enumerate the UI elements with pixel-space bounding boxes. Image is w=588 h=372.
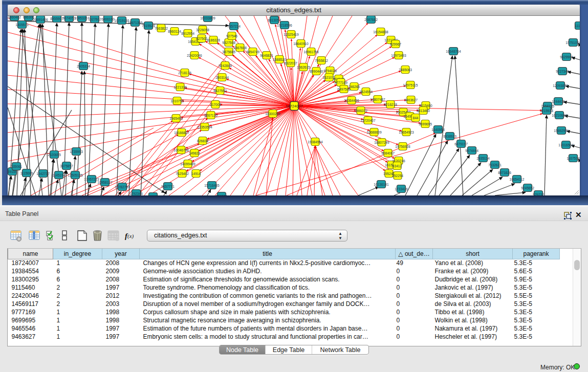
svg-text:6479197: 6479197 [454, 142, 468, 146]
svg-text:16154838: 16154838 [373, 30, 388, 34]
svg-text:8427552: 8427552 [213, 89, 227, 93]
svg-text:8322037: 8322037 [284, 61, 297, 65]
svg-text:18300295: 18300295 [265, 112, 280, 116]
svg-text:7955812: 7955812 [315, 59, 328, 62]
svg-text:1733426: 1733426 [395, 187, 408, 191]
svg-text:2718176: 2718176 [178, 71, 191, 75]
svg-text:844: 844 [412, 116, 418, 120]
svg-text:16782759: 16782759 [115, 185, 130, 189]
svg-text:18640910: 18640910 [293, 42, 309, 46]
svg-text:20364436: 20364436 [344, 99, 359, 102]
svg-text:22420046: 22420046 [187, 54, 202, 57]
svg-text:19166827: 19166827 [174, 131, 189, 135]
svg-text:1965493: 1965493 [169, 117, 183, 120]
svg-text:8454749: 8454749 [246, 50, 259, 54]
svg-text:19218596: 19218596 [277, 24, 292, 27]
svg-text:12325419: 12325419 [284, 33, 299, 36]
svg-text:8938923: 8938923 [443, 135, 456, 138]
svg-text:2367608: 2367608 [233, 46, 247, 50]
svg-text:6216218: 6216218 [384, 103, 397, 106]
svg-text:149822: 149822 [189, 151, 200, 155]
svg-text:1221336: 1221336 [173, 85, 187, 89]
svg-text:9463627: 9463627 [404, 98, 418, 102]
svg-text:16671355: 16671355 [127, 21, 143, 25]
svg-text:3975857: 3975857 [60, 164, 73, 168]
svg-text:19654923: 19654923 [399, 130, 414, 134]
svg-text:1405571: 1405571 [15, 23, 29, 27]
svg-text:9329966: 9329966 [560, 55, 573, 59]
svg-text:2087682: 2087682 [364, 18, 378, 21]
svg-text:2935114: 2935114 [476, 157, 490, 160]
svg-text:15692971: 15692971 [554, 129, 569, 133]
svg-text:1292346: 1292346 [129, 192, 143, 195]
svg-text:17016504: 17016504 [558, 143, 574, 147]
svg-text:8813460: 8813460 [417, 109, 430, 113]
svg-text:317004: 317004 [210, 103, 221, 106]
svg-text:1735993: 1735993 [70, 150, 83, 154]
svg-text:14914: 14914 [191, 172, 201, 176]
svg-text:3215938: 3215938 [540, 109, 553, 113]
svg-text:20691406: 20691406 [33, 18, 48, 21]
svg-text:14099489: 14099489 [180, 162, 195, 166]
svg-text:12353594: 12353594 [197, 125, 212, 129]
svg-text:3226058: 3226058 [196, 28, 209, 32]
svg-text:9657771: 9657771 [161, 185, 175, 188]
svg-text:3875685: 3875685 [222, 50, 235, 54]
svg-text:1145194: 1145194 [52, 173, 66, 177]
svg-text:16648764: 16648764 [446, 50, 461, 53]
svg-text:9227349: 9227349 [556, 70, 569, 73]
svg-text:10853267: 10853267 [74, 16, 90, 20]
svg-text:929732: 929732 [533, 193, 544, 196]
svg-text:8267130: 8267130 [204, 114, 217, 117]
svg-text:9699695: 9699695 [419, 122, 432, 126]
svg-text:10958127: 10958127 [97, 181, 113, 184]
svg-text:8471626: 8471626 [498, 171, 511, 174]
svg-text:829967: 829967 [390, 42, 401, 46]
svg-text:9327508: 9327508 [222, 41, 235, 45]
svg-text:9777169: 9777169 [334, 81, 347, 84]
svg-text:83412: 83412 [393, 164, 402, 168]
svg-text:7485063: 7485063 [399, 68, 412, 72]
svg-text:9242848: 9242848 [219, 64, 232, 68]
svg-text:18724007: 18724007 [286, 104, 302, 108]
svg-text:8960124: 8960124 [168, 30, 181, 33]
svg-text:1640954: 1640954 [431, 128, 445, 132]
svg-text:6466160: 6466160 [101, 17, 115, 21]
svg-text:9474444: 9474444 [465, 149, 478, 152]
svg-text:8955907: 8955907 [50, 17, 63, 20]
svg-text:19384554: 19384554 [308, 140, 323, 144]
svg-text:10654112: 10654112 [510, 178, 525, 181]
svg-text:826834: 826834 [197, 139, 208, 143]
svg-text:15751074: 15751074 [565, 41, 580, 45]
svg-text:15720407: 15720407 [360, 119, 376, 122]
svg-text:9646821: 9646821 [260, 54, 273, 57]
svg-text:10973493: 10973493 [391, 54, 406, 57]
svg-text:854601: 854601 [216, 194, 227, 196]
svg-text:7857224: 7857224 [227, 25, 241, 28]
svg-text:1588520: 1588520 [273, 58, 286, 61]
svg-text:12093877: 12093877 [553, 84, 568, 87]
svg-text:7986372: 7986372 [354, 109, 367, 113]
svg-text:10046738: 10046738 [173, 148, 189, 152]
svg-text:10688609: 10688609 [366, 130, 382, 134]
svg-text:18807249: 18807249 [374, 141, 389, 144]
svg-text:1527602: 1527602 [88, 17, 101, 21]
svg-text:8186328: 8186328 [207, 38, 220, 42]
svg-text:1010755: 1010755 [170, 99, 184, 103]
svg-text:3824554: 3824554 [359, 90, 373, 94]
svg-text:12975115: 12975115 [403, 83, 418, 87]
svg-text:768109: 768109 [147, 195, 159, 196]
svg-text:6794028: 6794028 [323, 69, 337, 73]
svg-text:8990448: 8990448 [310, 70, 323, 73]
svg-text:1362615: 1362615 [297, 65, 310, 69]
svg-text:9245652: 9245652 [521, 186, 534, 190]
svg-text:335061: 335061 [11, 165, 22, 168]
svg-text:9674053: 9674053 [62, 16, 76, 20]
svg-text:7663822: 7663822 [155, 27, 168, 30]
svg-text:7625402: 7625402 [176, 172, 189, 176]
svg-text:10807487: 10807487 [370, 98, 385, 101]
svg-text:1342737: 1342737 [36, 172, 50, 176]
svg-text:927546: 927546 [226, 34, 237, 38]
svg-text:252254: 252254 [392, 174, 403, 178]
svg-text:16210643: 16210643 [552, 114, 567, 117]
